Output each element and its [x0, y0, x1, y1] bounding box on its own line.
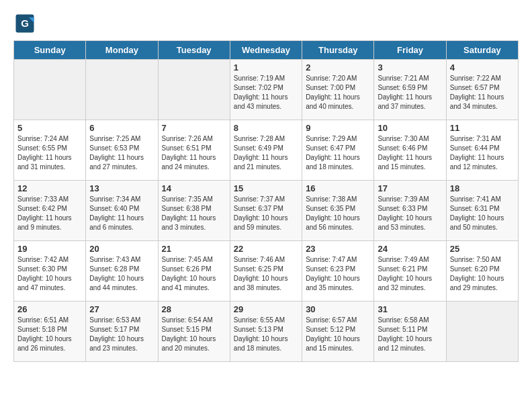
day-header-friday: Friday [374, 41, 446, 60]
day-info: Sunrise: 6:54 AM Sunset: 5:15 PM Dayligh… [162, 316, 226, 353]
calendar-cell: 24Sunrise: 7:49 AM Sunset: 6:21 PM Dayli… [374, 241, 446, 302]
day-number: 18 [450, 183, 515, 193]
calendar-cell: 6Sunrise: 7:25 AM Sunset: 6:53 PM Daylig… [86, 120, 158, 181]
calendar-cell: 15Sunrise: 7:37 AM Sunset: 6:37 PM Dayli… [230, 181, 302, 241]
calendar-cell: 23Sunrise: 7:47 AM Sunset: 6:23 PM Dayli… [302, 241, 374, 302]
calendar-cell: 3Sunrise: 7:21 AM Sunset: 6:59 PM Daylig… [374, 60, 446, 120]
day-info: Sunrise: 7:21 AM Sunset: 6:59 PM Dayligh… [378, 74, 442, 111]
day-number: 22 [234, 244, 298, 254]
day-number: 3 [378, 62, 442, 73]
day-info: Sunrise: 7:39 AM Sunset: 6:33 PM Dayligh… [378, 195, 442, 232]
day-info: Sunrise: 7:29 AM Sunset: 6:47 PM Dayligh… [306, 134, 370, 172]
day-info: Sunrise: 7:46 AM Sunset: 6:25 PM Dayligh… [234, 255, 298, 293]
day-number: 14 [162, 183, 226, 193]
day-info: Sunrise: 6:53 AM Sunset: 5:17 PM Dayligh… [89, 316, 154, 353]
logo-icon: G [15, 13, 35, 34]
calendar-cell: 30Sunrise: 6:57 AM Sunset: 5:12 PM Dayli… [302, 302, 374, 362]
calendar-cell: 17Sunrise: 7:39 AM Sunset: 6:33 PM Dayli… [374, 181, 446, 241]
calendar-cell: 26Sunrise: 6:51 AM Sunset: 5:18 PM Dayli… [14, 302, 86, 362]
day-info: Sunrise: 6:55 AM Sunset: 5:13 PM Dayligh… [234, 316, 298, 353]
calendar-week-row: 1Sunrise: 7:19 AM Sunset: 7:02 PM Daylig… [14, 60, 519, 120]
day-header-sunday: Sunday [14, 41, 86, 60]
day-info: Sunrise: 7:37 AM Sunset: 6:37 PM Dayligh… [234, 195, 298, 232]
day-number: 17 [378, 183, 442, 193]
day-number: 12 [17, 183, 82, 193]
logo: G [13, 13, 35, 34]
day-info: Sunrise: 7:35 AM Sunset: 6:38 PM Dayligh… [162, 195, 226, 232]
day-info: Sunrise: 7:24 AM Sunset: 6:55 PM Dayligh… [17, 134, 82, 172]
day-number: 16 [306, 183, 370, 193]
calendar-cell: 28Sunrise: 6:54 AM Sunset: 5:15 PM Dayli… [158, 302, 230, 362]
calendar-cell: 25Sunrise: 7:50 AM Sunset: 6:20 PM Dayli… [446, 241, 518, 302]
day-number: 21 [162, 244, 226, 254]
calendar-cell: 2Sunrise: 7:20 AM Sunset: 7:00 PM Daylig… [302, 60, 374, 120]
day-info: Sunrise: 7:30 AM Sunset: 6:46 PM Dayligh… [378, 134, 442, 172]
day-number: 7 [162, 123, 226, 133]
day-info: Sunrise: 7:33 AM Sunset: 6:42 PM Dayligh… [17, 195, 82, 232]
day-info: Sunrise: 7:31 AM Sunset: 6:44 PM Dayligh… [450, 134, 515, 172]
calendar-cell [158, 60, 230, 120]
calendar-cell: 18Sunrise: 7:41 AM Sunset: 6:31 PM Dayli… [446, 181, 518, 241]
calendar-cell: 16Sunrise: 7:38 AM Sunset: 6:35 PM Dayli… [302, 181, 374, 241]
calendar-cell: 10Sunrise: 7:30 AM Sunset: 6:46 PM Dayli… [374, 120, 446, 181]
day-info: Sunrise: 7:50 AM Sunset: 6:20 PM Dayligh… [450, 255, 515, 293]
day-info: Sunrise: 7:45 AM Sunset: 6:26 PM Dayligh… [162, 255, 226, 293]
calendar-cell: 31Sunrise: 6:58 AM Sunset: 5:11 PM Dayli… [374, 302, 446, 362]
day-info: Sunrise: 6:57 AM Sunset: 5:12 PM Dayligh… [306, 316, 370, 353]
day-info: Sunrise: 7:25 AM Sunset: 6:53 PM Dayligh… [89, 134, 154, 172]
day-number: 11 [450, 123, 515, 133]
calendar-week-row: 12Sunrise: 7:33 AM Sunset: 6:42 PM Dayli… [14, 181, 519, 241]
day-number: 30 [306, 304, 370, 314]
calendar-cell: 29Sunrise: 6:55 AM Sunset: 5:13 PM Dayli… [230, 302, 302, 362]
calendar-cell: 13Sunrise: 7:34 AM Sunset: 6:40 PM Dayli… [86, 181, 158, 241]
day-number: 31 [378, 304, 442, 314]
day-info: Sunrise: 7:38 AM Sunset: 6:35 PM Dayligh… [306, 195, 370, 232]
day-info: Sunrise: 7:47 AM Sunset: 6:23 PM Dayligh… [306, 255, 370, 293]
day-number: 4 [450, 62, 515, 73]
day-info: Sunrise: 7:28 AM Sunset: 6:49 PM Dayligh… [234, 134, 298, 172]
day-number: 29 [234, 304, 298, 314]
day-info: Sunrise: 7:49 AM Sunset: 6:21 PM Dayligh… [378, 255, 442, 293]
day-number: 28 [162, 304, 226, 314]
calendar-cell: 4Sunrise: 7:22 AM Sunset: 6:57 PM Daylig… [446, 60, 518, 120]
calendar-cell: 7Sunrise: 7:26 AM Sunset: 6:51 PM Daylig… [158, 120, 230, 181]
day-number: 19 [17, 244, 82, 254]
day-info: Sunrise: 6:51 AM Sunset: 5:18 PM Dayligh… [17, 316, 82, 353]
day-number: 1 [234, 62, 298, 73]
day-info: Sunrise: 7:34 AM Sunset: 6:40 PM Dayligh… [89, 195, 154, 232]
day-number: 24 [378, 244, 442, 254]
calendar-cell [14, 60, 86, 120]
day-number: 27 [89, 304, 154, 314]
day-info: Sunrise: 7:43 AM Sunset: 6:28 PM Dayligh… [89, 255, 154, 293]
day-header-thursday: Thursday [302, 41, 374, 60]
day-number: 9 [306, 123, 370, 133]
day-info: Sunrise: 7:20 AM Sunset: 7:00 PM Dayligh… [306, 74, 370, 111]
day-number: 13 [89, 183, 154, 193]
calendar-week-row: 26Sunrise: 6:51 AM Sunset: 5:18 PM Dayli… [14, 302, 519, 362]
calendar-table: SundayMondayTuesdayWednesdayThursdayFrid… [13, 40, 519, 362]
calendar-week-row: 5Sunrise: 7:24 AM Sunset: 6:55 PM Daylig… [14, 120, 519, 181]
day-number: 5 [17, 123, 82, 133]
calendar-cell: 20Sunrise: 7:43 AM Sunset: 6:28 PM Dayli… [86, 241, 158, 302]
day-number: 8 [234, 123, 298, 133]
page-header: G [13, 13, 519, 34]
day-number: 25 [450, 244, 515, 254]
day-header-wednesday: Wednesday [230, 41, 302, 60]
calendar-cell [446, 302, 518, 362]
calendar-cell: 21Sunrise: 7:45 AM Sunset: 6:26 PM Dayli… [158, 241, 230, 302]
day-number: 20 [89, 244, 154, 254]
calendar-cell: 9Sunrise: 7:29 AM Sunset: 6:47 PM Daylig… [302, 120, 374, 181]
day-number: 23 [306, 244, 370, 254]
day-info: Sunrise: 7:26 AM Sunset: 6:51 PM Dayligh… [162, 134, 226, 172]
svg-text:G: G [21, 17, 29, 29]
day-header-saturday: Saturday [446, 41, 518, 60]
day-info: Sunrise: 7:22 AM Sunset: 6:57 PM Dayligh… [450, 74, 515, 111]
calendar-cell: 22Sunrise: 7:46 AM Sunset: 6:25 PM Dayli… [230, 241, 302, 302]
day-info: Sunrise: 7:19 AM Sunset: 7:02 PM Dayligh… [234, 74, 298, 111]
calendar-week-row: 19Sunrise: 7:42 AM Sunset: 6:30 PM Dayli… [14, 241, 519, 302]
calendar-cell: 8Sunrise: 7:28 AM Sunset: 6:49 PM Daylig… [230, 120, 302, 181]
day-header-monday: Monday [86, 41, 158, 60]
calendar-cell: 27Sunrise: 6:53 AM Sunset: 5:17 PM Dayli… [86, 302, 158, 362]
calendar-cell: 11Sunrise: 7:31 AM Sunset: 6:44 PM Dayli… [446, 120, 518, 181]
calendar-cell [86, 60, 158, 120]
